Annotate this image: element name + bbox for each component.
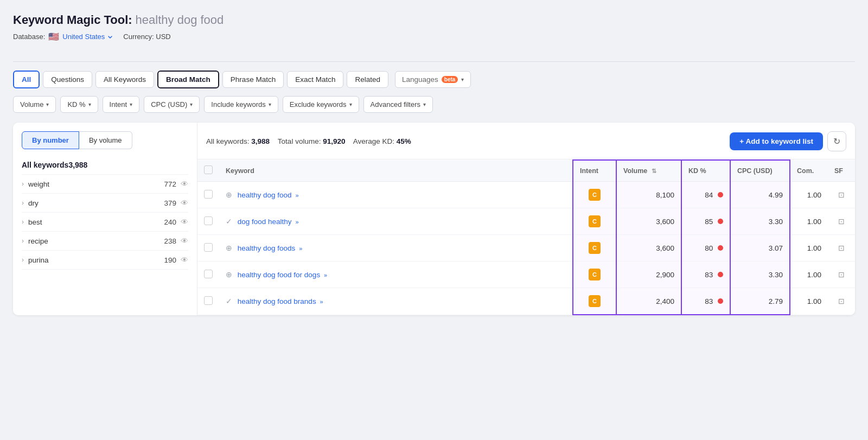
- tab-broad-match[interactable]: Broad Match: [157, 71, 219, 88]
- sidebar-item[interactable]: › best 240 👁: [22, 213, 188, 232]
- header-keyword: Keyword: [219, 160, 573, 182]
- intent-badge: C: [589, 295, 601, 307]
- row-intent: C: [573, 288, 616, 315]
- languages-button[interactable]: Languages beta ▾: [395, 71, 471, 88]
- page-container: Keyword Magic Tool: healthy dog food Dat…: [0, 0, 868, 440]
- header-volume[interactable]: Volume ⇅: [616, 160, 681, 182]
- table-row: ⊕ healthy dog food for dogs » C 2,900 83…: [197, 262, 855, 288]
- keyword-arrows-icon: »: [324, 272, 327, 278]
- row-checkbox[interactable]: [204, 216, 213, 225]
- table-actions: + Add to keyword list ↻: [730, 131, 846, 151]
- row-volume: 2,400: [616, 288, 681, 315]
- row-cpc: 3.30: [730, 208, 790, 235]
- row-keyword: ⊕ healthy dog food »: [219, 182, 573, 208]
- chevron-down-icon: ▾: [88, 101, 91, 107]
- sidebar-keyword-count: 772: [164, 180, 176, 188]
- chevron-right-icon: ›: [22, 256, 24, 264]
- row-checkbox-cell: [197, 235, 219, 262]
- refresh-button[interactable]: ↻: [827, 131, 846, 151]
- sidebar-item[interactable]: › purina 190 👁: [22, 251, 188, 270]
- row-com: 1.00: [790, 262, 828, 288]
- add-circle-icon: ⊕: [226, 271, 232, 279]
- table-area: All keywords: 3,988 Total volume: 91,920…: [197, 123, 855, 315]
- keyword-link[interactable]: healthy dog food brands: [238, 297, 316, 305]
- row-keyword: ✓ dog food healthy »: [219, 208, 573, 235]
- row-cpc: 3.07: [730, 235, 790, 262]
- tab-exact-match[interactable]: Exact Match: [287, 71, 343, 88]
- tabs-row: All Questions All Keywords Broad Match P…: [13, 71, 855, 88]
- eye-icon[interactable]: 👁: [181, 180, 188, 188]
- sidebar-all-keywords-row[interactable]: All keywords 3,988: [22, 156, 188, 175]
- stats-prefix: All keywords:: [206, 137, 250, 145]
- intent-filter-label: Intent: [110, 100, 127, 109]
- keyword-link[interactable]: healthy dog food for dogs: [238, 271, 320, 279]
- eye-icon[interactable]: 👁: [181, 199, 188, 207]
- kd-indicator: [718, 272, 723, 277]
- tab-all[interactable]: All: [13, 71, 40, 88]
- sidebar-item[interactable]: › recipe 238 👁: [22, 232, 188, 251]
- volume-filter-label: Volume: [20, 100, 43, 109]
- row-volume: 8,100: [616, 182, 681, 208]
- tab-all-keywords[interactable]: All Keywords: [95, 71, 154, 88]
- row-cpc: 4.99: [730, 182, 790, 208]
- sf-icon: ⊡: [838, 190, 845, 199]
- cpc-filter[interactable]: CPC (USD) ▾: [144, 96, 200, 113]
- intent-badge: C: [589, 269, 601, 280]
- keyword-link[interactable]: healthy dog food: [238, 191, 292, 199]
- sidebar-keyword-count: 240: [164, 218, 176, 226]
- toggle-by-volume[interactable]: By volume: [79, 131, 132, 149]
- header-divider: [13, 61, 855, 62]
- advanced-filters-button[interactable]: Advanced filters ▾: [363, 96, 433, 113]
- row-intent: C: [573, 235, 616, 262]
- intent-filter[interactable]: Intent ▾: [103, 96, 140, 113]
- chevron-down-icon: ▾: [46, 101, 49, 107]
- eye-icon[interactable]: 👁: [181, 256, 188, 264]
- currency-label: Currency: USD: [123, 33, 170, 41]
- eye-icon[interactable]: 👁: [181, 218, 188, 226]
- row-checkbox[interactable]: [204, 270, 213, 278]
- flag-icon: 🇺🇸: [48, 31, 59, 42]
- total-volume: 91,920: [323, 137, 345, 145]
- select-all-checkbox[interactable]: [204, 165, 213, 174]
- volume-filter[interactable]: Volume ▾: [13, 96, 56, 113]
- toggle-by-number[interactable]: By number: [22, 131, 79, 149]
- row-checkbox[interactable]: [204, 190, 213, 199]
- sidebar: By number By volume All keywords 3,988 ›…: [13, 123, 197, 315]
- sidebar-item[interactable]: › weight 772 👁: [22, 175, 188, 194]
- row-sf: ⊡: [828, 235, 855, 262]
- keyword-link[interactable]: dog food healthy: [238, 218, 292, 226]
- header-cpc: CPC (USD): [730, 160, 790, 182]
- sidebar-all-keywords-label: All keywords: [22, 161, 68, 169]
- row-sf: ⊡: [828, 262, 855, 288]
- database-link[interactable]: United States: [62, 33, 113, 41]
- tab-phrase-match[interactable]: Phrase Match: [222, 71, 284, 88]
- kd-filter[interactable]: KD % ▾: [60, 96, 98, 113]
- header-checkbox-cell: [197, 160, 219, 182]
- row-checkbox[interactable]: [204, 243, 213, 252]
- header-sf: SF: [828, 160, 855, 182]
- add-btn-label: + Add to keyword list: [739, 137, 813, 145]
- exclude-keywords-filter[interactable]: Exclude keywords ▾: [283, 96, 359, 113]
- include-keywords-filter[interactable]: Include keywords ▾: [204, 96, 278, 113]
- sort-icon: ⇅: [652, 168, 656, 174]
- cpc-filter-label: CPC (USD): [151, 100, 187, 109]
- chevron-down-icon: ▾: [190, 101, 193, 107]
- intent-badge: C: [589, 215, 601, 227]
- keyword-arrows-icon: »: [320, 298, 323, 305]
- sidebar-item[interactable]: › dry 379 👁: [22, 194, 188, 213]
- sidebar-keyword-label: weight: [28, 180, 164, 188]
- tab-related[interactable]: Related: [347, 71, 388, 88]
- keyword-link[interactable]: healthy dog foods: [238, 244, 296, 252]
- row-checkbox-cell: [197, 288, 219, 315]
- eye-icon[interactable]: 👁: [181, 237, 188, 245]
- sidebar-keyword-label: dry: [28, 199, 164, 207]
- add-circle-icon: ⊕: [226, 191, 232, 199]
- advanced-filters-label: Advanced filters: [371, 100, 421, 109]
- kd-indicator: [718, 245, 723, 251]
- add-to-keyword-list-button[interactable]: + Add to keyword list: [730, 132, 823, 150]
- tab-questions[interactable]: Questions: [43, 71, 92, 88]
- row-sf: ⊡: [828, 288, 855, 315]
- row-checkbox-cell: [197, 182, 219, 208]
- row-keyword: ✓ healthy dog food brands »: [219, 288, 573, 315]
- row-checkbox[interactable]: [204, 296, 213, 305]
